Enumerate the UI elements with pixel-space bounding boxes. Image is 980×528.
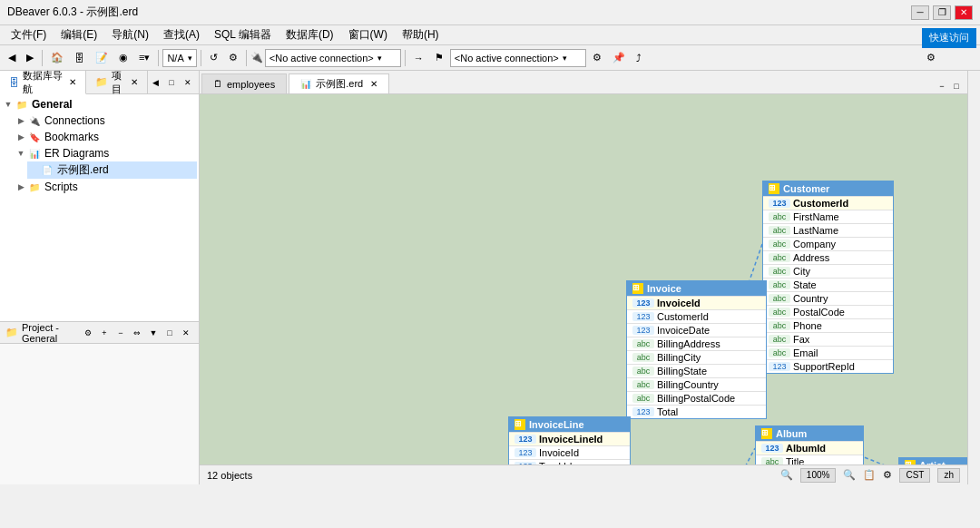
toolbar-circle-btn[interactable]: ◉: [114, 48, 132, 68]
menu-sql[interactable]: SQL 编辑器: [207, 25, 279, 44]
erd-table-album-header: ⊞ Album: [756, 426, 863, 441]
erd-field-country: abcCountry: [763, 291, 893, 305]
erd-table-invoice-title: Invoice: [647, 283, 681, 294]
toolbar-export-btn[interactable]: ⤴: [632, 48, 646, 68]
restore-btn[interactable]: ❐: [933, 5, 951, 20]
erd-field-billingcountry: abcBillingCountry: [627, 377, 766, 391]
tab-erd-icon: 📊: [300, 79, 311, 89]
connection-combo-2[interactable]: <No active connection> ▾: [450, 49, 586, 67]
toolbar-gear-btn[interactable]: ⚙: [588, 48, 606, 68]
tree-icon-erd-file: 📄: [40, 163, 54, 178]
erd-field-invoicedate: 123InvoiceDate: [627, 323, 766, 337]
toolbar-sep-5: [405, 50, 406, 66]
erd-canvas[interactable]: ⊞ Customer 123CustomerId abcFirstName ab…: [200, 94, 967, 464]
erd-table-invoiceline-title: InvoiceLine: [529, 419, 584, 430]
tab-project-label: 项目: [112, 69, 127, 96]
bottom-panel-add[interactable]: +: [97, 326, 112, 340]
toolbar-arrow-btn[interactable]: →: [409, 48, 428, 68]
close-btn[interactable]: ✕: [955, 5, 973, 20]
bottom-panel-gear[interactable]: ⚙: [81, 326, 95, 340]
tree-toggle-scripts[interactable]: ▶: [15, 181, 27, 193]
tree-item-er-diagrams[interactable]: ▼ 📊 ER Diagrams: [15, 145, 197, 161]
tree-toggle-general[interactable]: ▼: [2, 98, 15, 111]
menu-nav[interactable]: 导航(N): [104, 25, 156, 44]
erd-table-invoice-header: ⊞ Invoice: [627, 281, 766, 296]
toolbar-pin-btn[interactable]: 📌: [608, 48, 630, 68]
tree-toggle-connections[interactable]: ▶: [15, 114, 27, 127]
erd-table-invoiceline[interactable]: ⊞ InvoiceLine 123InvoiceLineId 123Invoic…: [508, 416, 631, 464]
tab-project-close[interactable]: ✕: [131, 77, 138, 87]
erd-field-email: abcEmail: [763, 346, 893, 359]
tab-erd[interactable]: 📊 示例图.erd ✕: [289, 73, 389, 93]
menu-file[interactable]: 文件(F): [4, 25, 54, 44]
window-title: DBeaver 6.0.3 - 示例图.erd: [7, 5, 911, 20]
toolbar-filter-btn[interactable]: ⚙: [224, 48, 242, 68]
content-tab-controls: − □: [935, 79, 967, 93]
toolbar-more-btn[interactable]: ≡▾: [134, 48, 154, 68]
main-layout: 🗄 数据库导航 ✕ 📁 项目 ✕ ◀ □ ✕ ▼ 📁 General: [0, 71, 980, 484]
status-icon-1: 🔍: [843, 469, 856, 481]
collapse-panel-btn[interactable]: ◀: [148, 75, 162, 90]
erd-field-address: abcAddress: [763, 250, 893, 264]
connection-combo-1[interactable]: <No active connection> ▾: [265, 49, 401, 67]
toolbar-sql-btn[interactable]: 📝: [91, 48, 113, 68]
scrollbar-vertical[interactable]: [967, 71, 980, 484]
quick-access-button[interactable]: 快速访问: [922, 28, 976, 48]
tab-employees[interactable]: 🗒 employees: [201, 73, 287, 93]
tree-item-general[interactable]: ▼ 📁 General: [2, 96, 197, 112]
objects-count: 12 objects: [207, 470, 252, 481]
erd-field-firstname: abcFirstName: [763, 210, 893, 223]
tree-label-general: General: [32, 98, 73, 111]
erd-table-album[interactable]: ⊞ Album 123AlbumId abcTitle 123ArtistId …: [755, 425, 864, 464]
zoom-badge: 100%: [800, 468, 837, 483]
table-icon-artist: ⊞: [905, 460, 916, 464]
erd-table-invoice[interactable]: ⊞ Invoice 123InvoiceId 123CustomerId 123…: [626, 280, 767, 419]
toolbar-fwd-btn[interactable]: ▶: [22, 48, 38, 68]
erd-table-customer-title: Customer: [783, 183, 829, 194]
toolbar-back-btn[interactable]: ◀: [4, 48, 20, 68]
tree-label-er: ER Diagrams: [44, 147, 109, 160]
content-minimize-btn[interactable]: −: [935, 79, 949, 93]
tree-item-erd-file[interactable]: 📄 示例图.erd: [27, 161, 197, 179]
tab-db-navigator[interactable]: 🗄 数据库导航 ✕: [0, 71, 86, 94]
toolbar-settings-btn[interactable]: ⚙: [922, 48, 940, 68]
menu-edit[interactable]: 编辑(E): [54, 25, 104, 44]
table-icon-customer: ⊞: [769, 183, 779, 194]
bottom-panel-max[interactable]: □: [162, 326, 177, 340]
tab-db-navigator-close[interactable]: ✕: [69, 77, 76, 87]
table-icon-album: ⊞: [761, 428, 772, 439]
tree-label-scripts: Scripts: [44, 181, 78, 193]
tree-toggle-bookmarks[interactable]: ▶: [15, 131, 27, 143]
minimize-btn[interactable]: ─: [911, 5, 929, 20]
toolbar-sep-1: [42, 50, 43, 66]
bottom-panel-link[interactable]: ⇔: [130, 326, 144, 340]
close-panel-btn[interactable]: ✕: [181, 75, 195, 90]
toolbar-db-btn[interactable]: 🗄: [70, 48, 89, 68]
tab-erd-close[interactable]: ✕: [370, 79, 377, 89]
toolbar-combo[interactable]: N/A ▾: [162, 49, 196, 67]
menu-help[interactable]: 帮助(H): [395, 25, 446, 44]
menu-search[interactable]: 查找(A): [156, 25, 207, 44]
toolbar-refresh-btn[interactable]: ↺: [205, 48, 222, 68]
search-icon[interactable]: 🔍: [780, 469, 793, 481]
erd-table-artist[interactable]: ⊞ Artist 123ArtistId abcName: [898, 457, 967, 464]
tab-project[interactable]: 📁 项目 ✕: [86, 71, 148, 93]
tree-item-scripts[interactable]: ▶ 📁 Scripts: [15, 179, 197, 195]
erd-table-customer[interactable]: ⊞ Customer 123CustomerId abcFirstName ab…: [762, 181, 894, 374]
erd-field-city: abcCity: [763, 264, 893, 278]
toolbar-home-btn[interactable]: 🏠: [46, 48, 68, 68]
erd-field-lastname: abcLastName: [763, 223, 893, 237]
toolbar-flag-btn[interactable]: ⚑: [430, 48, 448, 68]
maximize-panel-btn[interactable]: □: [164, 75, 179, 90]
language-badge: CST: [899, 468, 930, 483]
tree-item-bookmarks[interactable]: ▶ 🔖 Bookmarks: [15, 129, 197, 145]
menu-window[interactable]: 窗口(W): [341, 25, 395, 44]
bottom-panel-minus[interactable]: −: [113, 326, 128, 340]
tree-toggle-er[interactable]: ▼: [15, 147, 27, 160]
tree-item-connections[interactable]: ▶ 🔌 Connections: [15, 112, 197, 129]
bottom-panel-collapse[interactable]: ▼: [146, 326, 161, 340]
menu-db[interactable]: 数据库(D): [279, 25, 341, 44]
bottom-panel-close-x[interactable]: ✕: [179, 326, 193, 340]
content-maximize-btn[interactable]: □: [949, 79, 964, 93]
panel-tab-controls: ◀ □ ✕: [148, 71, 199, 93]
